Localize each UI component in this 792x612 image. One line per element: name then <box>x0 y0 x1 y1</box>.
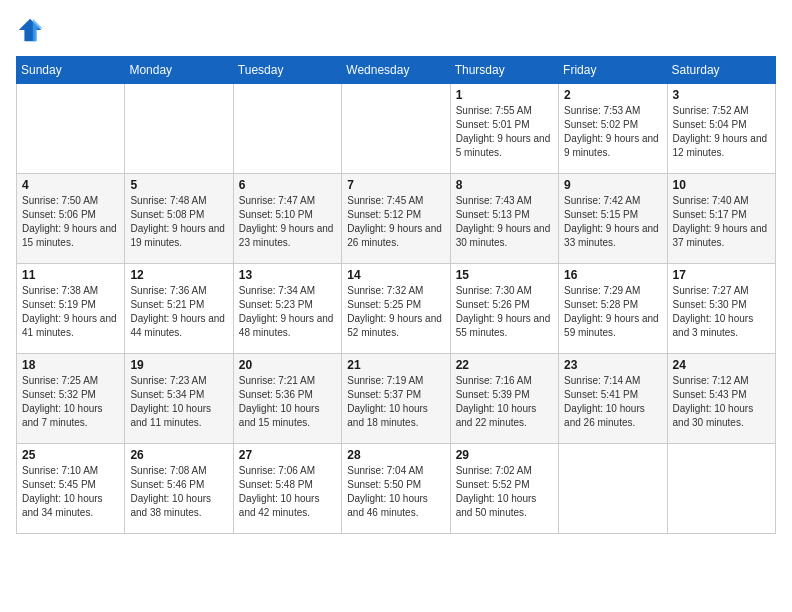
day-info: Sunrise: 7:50 AMSunset: 5:06 PMDaylight:… <box>22 194 119 250</box>
day-info: Sunrise: 7:53 AMSunset: 5:02 PMDaylight:… <box>564 104 661 160</box>
calendar-cell: 20Sunrise: 7:21 AMSunset: 5:36 PMDayligh… <box>233 354 341 444</box>
day-number: 13 <box>239 268 336 282</box>
weekday-header-row: SundayMondayTuesdayWednesdayThursdayFrid… <box>17 57 776 84</box>
calendar-cell: 9Sunrise: 7:42 AMSunset: 5:15 PMDaylight… <box>559 174 667 264</box>
calendar-cell <box>125 84 233 174</box>
day-number: 24 <box>673 358 770 372</box>
calendar-cell: 17Sunrise: 7:27 AMSunset: 5:30 PMDayligh… <box>667 264 775 354</box>
day-info: Sunrise: 7:36 AMSunset: 5:21 PMDaylight:… <box>130 284 227 340</box>
day-number: 9 <box>564 178 661 192</box>
calendar-cell: 24Sunrise: 7:12 AMSunset: 5:43 PMDayligh… <box>667 354 775 444</box>
day-number: 22 <box>456 358 553 372</box>
calendar-week-row: 18Sunrise: 7:25 AMSunset: 5:32 PMDayligh… <box>17 354 776 444</box>
day-number: 6 <box>239 178 336 192</box>
calendar-cell <box>667 444 775 534</box>
calendar-cell: 2Sunrise: 7:53 AMSunset: 5:02 PMDaylight… <box>559 84 667 174</box>
logo-icon <box>16 16 44 44</box>
day-info: Sunrise: 7:40 AMSunset: 5:17 PMDaylight:… <box>673 194 770 250</box>
day-info: Sunrise: 7:43 AMSunset: 5:13 PMDaylight:… <box>456 194 553 250</box>
weekday-header-cell: Thursday <box>450 57 558 84</box>
day-number: 1 <box>456 88 553 102</box>
day-info: Sunrise: 7:55 AMSunset: 5:01 PMDaylight:… <box>456 104 553 160</box>
calendar-cell: 8Sunrise: 7:43 AMSunset: 5:13 PMDaylight… <box>450 174 558 264</box>
calendar-cell: 10Sunrise: 7:40 AMSunset: 5:17 PMDayligh… <box>667 174 775 264</box>
calendar-cell: 4Sunrise: 7:50 AMSunset: 5:06 PMDaylight… <box>17 174 125 264</box>
day-info: Sunrise: 7:47 AMSunset: 5:10 PMDaylight:… <box>239 194 336 250</box>
day-number: 29 <box>456 448 553 462</box>
day-info: Sunrise: 7:27 AMSunset: 5:30 PMDaylight:… <box>673 284 770 340</box>
day-number: 19 <box>130 358 227 372</box>
weekday-header-cell: Wednesday <box>342 57 450 84</box>
calendar-cell: 25Sunrise: 7:10 AMSunset: 5:45 PMDayligh… <box>17 444 125 534</box>
calendar-cell: 11Sunrise: 7:38 AMSunset: 5:19 PMDayligh… <box>17 264 125 354</box>
day-info: Sunrise: 7:52 AMSunset: 5:04 PMDaylight:… <box>673 104 770 160</box>
day-number: 23 <box>564 358 661 372</box>
day-number: 2 <box>564 88 661 102</box>
day-info: Sunrise: 7:12 AMSunset: 5:43 PMDaylight:… <box>673 374 770 430</box>
calendar-cell: 7Sunrise: 7:45 AMSunset: 5:12 PMDaylight… <box>342 174 450 264</box>
calendar-cell: 16Sunrise: 7:29 AMSunset: 5:28 PMDayligh… <box>559 264 667 354</box>
calendar-cell: 12Sunrise: 7:36 AMSunset: 5:21 PMDayligh… <box>125 264 233 354</box>
calendar-week-row: 11Sunrise: 7:38 AMSunset: 5:19 PMDayligh… <box>17 264 776 354</box>
calendar-cell: 1Sunrise: 7:55 AMSunset: 5:01 PMDaylight… <box>450 84 558 174</box>
calendar-cell: 26Sunrise: 7:08 AMSunset: 5:46 PMDayligh… <box>125 444 233 534</box>
calendar-cell: 14Sunrise: 7:32 AMSunset: 5:25 PMDayligh… <box>342 264 450 354</box>
day-info: Sunrise: 7:02 AMSunset: 5:52 PMDaylight:… <box>456 464 553 520</box>
weekday-header-cell: Sunday <box>17 57 125 84</box>
day-number: 8 <box>456 178 553 192</box>
logo <box>16 16 48 44</box>
calendar-cell: 18Sunrise: 7:25 AMSunset: 5:32 PMDayligh… <box>17 354 125 444</box>
day-info: Sunrise: 7:23 AMSunset: 5:34 PMDaylight:… <box>130 374 227 430</box>
day-number: 17 <box>673 268 770 282</box>
calendar-cell: 19Sunrise: 7:23 AMSunset: 5:34 PMDayligh… <box>125 354 233 444</box>
calendar-cell <box>342 84 450 174</box>
calendar-cell: 28Sunrise: 7:04 AMSunset: 5:50 PMDayligh… <box>342 444 450 534</box>
calendar-cell: 15Sunrise: 7:30 AMSunset: 5:26 PMDayligh… <box>450 264 558 354</box>
calendar-table: SundayMondayTuesdayWednesdayThursdayFrid… <box>16 56 776 534</box>
page-header <box>16 16 776 44</box>
day-number: 10 <box>673 178 770 192</box>
svg-marker-0 <box>19 19 41 41</box>
day-info: Sunrise: 7:16 AMSunset: 5:39 PMDaylight:… <box>456 374 553 430</box>
calendar-cell: 6Sunrise: 7:47 AMSunset: 5:10 PMDaylight… <box>233 174 341 264</box>
day-info: Sunrise: 7:19 AMSunset: 5:37 PMDaylight:… <box>347 374 444 430</box>
calendar-cell: 23Sunrise: 7:14 AMSunset: 5:41 PMDayligh… <box>559 354 667 444</box>
calendar-cell: 3Sunrise: 7:52 AMSunset: 5:04 PMDaylight… <box>667 84 775 174</box>
calendar-week-row: 25Sunrise: 7:10 AMSunset: 5:45 PMDayligh… <box>17 444 776 534</box>
day-number: 21 <box>347 358 444 372</box>
calendar-cell: 22Sunrise: 7:16 AMSunset: 5:39 PMDayligh… <box>450 354 558 444</box>
day-number: 28 <box>347 448 444 462</box>
weekday-header-cell: Saturday <box>667 57 775 84</box>
calendar-cell: 29Sunrise: 7:02 AMSunset: 5:52 PMDayligh… <box>450 444 558 534</box>
day-number: 20 <box>239 358 336 372</box>
day-number: 25 <box>22 448 119 462</box>
day-info: Sunrise: 7:10 AMSunset: 5:45 PMDaylight:… <box>22 464 119 520</box>
calendar-cell <box>559 444 667 534</box>
calendar-week-row: 4Sunrise: 7:50 AMSunset: 5:06 PMDaylight… <box>17 174 776 264</box>
calendar-cell <box>17 84 125 174</box>
calendar-body: 1Sunrise: 7:55 AMSunset: 5:01 PMDaylight… <box>17 84 776 534</box>
calendar-cell: 21Sunrise: 7:19 AMSunset: 5:37 PMDayligh… <box>342 354 450 444</box>
weekday-header-cell: Tuesday <box>233 57 341 84</box>
day-number: 16 <box>564 268 661 282</box>
day-info: Sunrise: 7:04 AMSunset: 5:50 PMDaylight:… <box>347 464 444 520</box>
day-info: Sunrise: 7:25 AMSunset: 5:32 PMDaylight:… <box>22 374 119 430</box>
day-number: 4 <box>22 178 119 192</box>
weekday-header-cell: Friday <box>559 57 667 84</box>
calendar-cell: 27Sunrise: 7:06 AMSunset: 5:48 PMDayligh… <box>233 444 341 534</box>
day-info: Sunrise: 7:34 AMSunset: 5:23 PMDaylight:… <box>239 284 336 340</box>
calendar-week-row: 1Sunrise: 7:55 AMSunset: 5:01 PMDaylight… <box>17 84 776 174</box>
day-number: 27 <box>239 448 336 462</box>
day-number: 18 <box>22 358 119 372</box>
day-info: Sunrise: 7:06 AMSunset: 5:48 PMDaylight:… <box>239 464 336 520</box>
day-number: 26 <box>130 448 227 462</box>
calendar-cell: 5Sunrise: 7:48 AMSunset: 5:08 PMDaylight… <box>125 174 233 264</box>
day-number: 15 <box>456 268 553 282</box>
day-number: 11 <box>22 268 119 282</box>
day-info: Sunrise: 7:45 AMSunset: 5:12 PMDaylight:… <box>347 194 444 250</box>
day-info: Sunrise: 7:30 AMSunset: 5:26 PMDaylight:… <box>456 284 553 340</box>
calendar-cell: 13Sunrise: 7:34 AMSunset: 5:23 PMDayligh… <box>233 264 341 354</box>
day-number: 7 <box>347 178 444 192</box>
day-info: Sunrise: 7:08 AMSunset: 5:46 PMDaylight:… <box>130 464 227 520</box>
day-info: Sunrise: 7:29 AMSunset: 5:28 PMDaylight:… <box>564 284 661 340</box>
